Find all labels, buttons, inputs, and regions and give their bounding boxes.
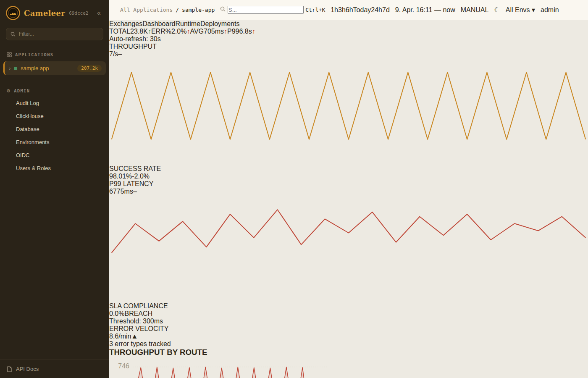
time-range-24h[interactable]: 24h (371, 6, 382, 14)
admin-nav: Audit LogClickHouseDatabaseEnvironmentsO… (0, 97, 109, 175)
kpi-value: 8.6/min (109, 333, 131, 340)
kpi-main: 6775ms– (109, 188, 588, 195)
stat-err: ERR%2.0%↑ (151, 28, 190, 35)
manual-refresh-button[interactable]: MANUAL (461, 6, 489, 14)
time-range-group: 1h3h6hToday24h7d (331, 6, 390, 14)
kpi-title: P99 LATENCY (109, 180, 588, 188)
auto-refresh-label: Auto-refresh: 30s (109, 35, 161, 42)
admin-section-label: ⚙ ADMIN (0, 84, 109, 97)
kpi-value: 98.01% (109, 173, 132, 180)
sidebar-item-oidc[interactable]: OIDC (0, 149, 109, 162)
date-to: now (443, 6, 455, 13)
chevron-down-icon: ▾ (532, 6, 535, 13)
time-range-today[interactable]: Today (353, 6, 371, 14)
card-title: THROUGHPUT BY ROUTE (109, 348, 588, 357)
stat-total: TOTAL23.8K↑ (109, 28, 151, 35)
kpi-sparkline (109, 58, 588, 163)
kpi-card-error-velocity: ERROR VELOCITY8.6/min▲3 error types trac… (109, 325, 588, 348)
date-separator: — (434, 6, 441, 13)
throughput-chart: 01873735607461224msg/s (109, 357, 588, 378)
kpi-main: 0.0%BREACH (109, 310, 588, 318)
message-count-badge: 207.2k (77, 65, 102, 72)
global-search[interactable]: Ctrl+K (220, 6, 325, 14)
sidebar-item-environments[interactable]: Environments (0, 136, 109, 149)
kpi-title: ERROR VELOCITY (109, 325, 588, 333)
sidebar-item-clickhouse[interactable]: ClickHouse (0, 110, 109, 123)
manual-label: MANUAL (461, 6, 489, 13)
env-select[interactable]: All Envs ▾ (506, 6, 535, 14)
sidebar-item-sample-app[interactable]: › sample app 207.2k (3, 61, 106, 75)
stat-p99: P996.8s↑ (227, 28, 255, 35)
chevron-right-icon: › (9, 65, 10, 71)
moon-icon: ☾ (494, 6, 500, 13)
stat-label: AVG (190, 28, 204, 35)
throughput-by-route-svg: 01873735607461224msg/s (109, 357, 332, 378)
search-icon (220, 6, 226, 12)
kpi-delta: BREACH (124, 310, 152, 317)
stat-value: 705ms (204, 28, 224, 35)
stats-group: TOTAL23.8K↑ERR%2.0%↑AVG705ms↑P996.8s↑ (109, 28, 588, 35)
kpi-value: 6775ms (109, 188, 133, 195)
tabs-bar: ExchangesDashboardRuntimeDeployments TOT… (109, 20, 588, 35)
applications-section-label: APPLICATIONS (0, 49, 109, 60)
applications-label: APPLICATIONS (15, 52, 53, 57)
arrow-up-icon: ↑ (252, 28, 255, 35)
throughput-by-route-card: THROUGHPUT BY ROUTE 01873735607461224msg… (109, 348, 588, 378)
time-range-7d[interactable]: 7d (382, 6, 390, 14)
build-version: 69dcce2 (69, 10, 88, 16)
kpi-delta: -2.0% (132, 173, 150, 180)
kpi-card-success-rate: SUCCESS RATE98.01%-2.0% (109, 165, 588, 180)
kpi-title: SLA COMPLIANCE (109, 302, 588, 310)
sidebar: Cameleer 69dcce2 « APPLICATIONS › sample… (0, 0, 109, 378)
brand-name: Cameleer (24, 9, 65, 18)
cameleer-logo-icon (6, 6, 20, 20)
date-range-picker[interactable]: 9. Apr. 16:11 — now (395, 6, 455, 14)
breadcrumb: All Applications / sample-app (120, 7, 215, 13)
applications-icon (7, 52, 12, 57)
kpi-delta: – (133, 188, 137, 195)
search-icon (10, 32, 16, 37)
kpi-title: THROUGHPUT (109, 43, 588, 50)
sidebar-item-audit-log[interactable]: Audit Log (0, 97, 109, 110)
sidebar-collapse-button[interactable]: « (94, 8, 103, 18)
stat-label: TOTAL (109, 28, 130, 35)
tab-runtime[interactable]: Runtime (175, 20, 200, 28)
dark-mode-toggle[interactable]: ☾ (494, 6, 500, 14)
breadcrumb-root[interactable]: All Applications (120, 7, 173, 13)
sidebar-item-database[interactable]: Database (0, 123, 109, 136)
tab-dashboard[interactable]: Dashboard (142, 20, 175, 28)
tab-deployments[interactable]: Deployments (200, 20, 239, 28)
api-docs-label: API Docs (16, 366, 39, 372)
document-icon (7, 366, 12, 372)
kpi-main: 8.6/min▲ (109, 333, 588, 340)
filter-input[interactable] (19, 31, 99, 37)
kpi-row: THROUGHPUT7/s–SUCCESS RATE98.01%-2.0%P99… (109, 43, 588, 348)
user-menu[interactable]: admin (541, 6, 559, 14)
stat-avg: AVG705ms↑ (190, 28, 227, 35)
stat-value: 2.0% (171, 28, 186, 35)
kpi-title: SUCCESS RATE (109, 165, 588, 173)
time-range-3h[interactable]: 3h (338, 6, 346, 14)
date-from: 9. Apr. 16:11 (395, 6, 433, 13)
breadcrumb-separator: / (176, 7, 179, 13)
app-root: Cameleer 69dcce2 « APPLICATIONS › sample… (0, 0, 588, 378)
stat-value: 6.8s (239, 28, 252, 35)
sidebar-item-api-docs[interactable]: API Docs (0, 360, 109, 378)
sidebar-header: Cameleer 69dcce2 « (0, 0, 109, 27)
main-area: All Applications / sample-app Ctrl+K 1h3… (109, 0, 588, 378)
sidebar-filter (6, 28, 103, 40)
status-dot-icon (14, 67, 17, 70)
tabs-group: ExchangesDashboardRuntimeDeployments (109, 20, 588, 28)
breadcrumb-current: sample-app (182, 7, 215, 13)
search-input[interactable] (228, 6, 304, 14)
time-range-1h[interactable]: 1h (331, 6, 338, 14)
stat-label: ERR% (151, 28, 171, 35)
sidebar-item-users-roles[interactable]: Users & Roles (0, 162, 109, 175)
arrow-up-icon: ↑ (148, 28, 151, 35)
admin-label: ADMIN (14, 88, 30, 93)
stat-value: 23.8K (130, 28, 148, 35)
env-select-value: All Envs (506, 6, 530, 13)
time-range-6h[interactable]: 6h (346, 6, 353, 14)
kpi-delta: – (118, 50, 122, 58)
tab-exchanges[interactable]: Exchanges (109, 20, 142, 28)
